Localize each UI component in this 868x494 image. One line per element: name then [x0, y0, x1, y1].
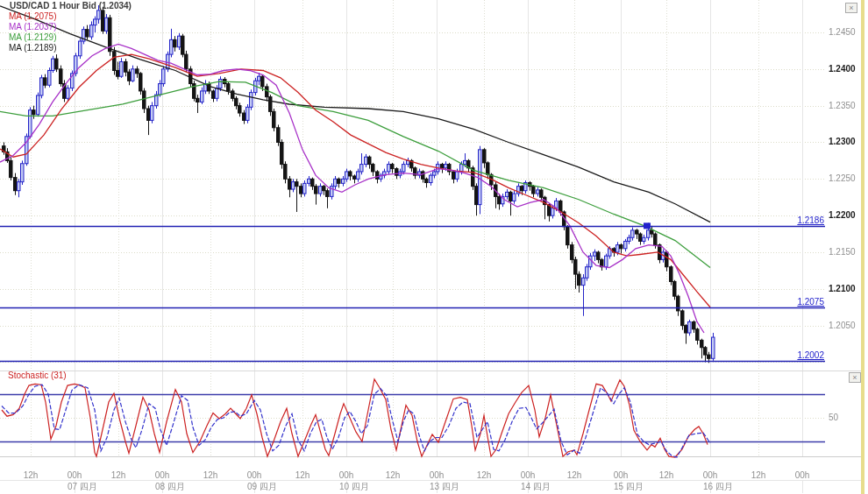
stochastic-indicator-label: Stochastic (31) [8, 370, 67, 380]
x-axis-hour-label: 12h [289, 470, 316, 480]
y-axis-price-label: 1.2100 [829, 284, 856, 293]
y-axis-price-label: 1.2350 [829, 101, 856, 110]
x-axis-hour-label: 00h [697, 470, 723, 480]
ma-label-4: MA (1.2189) [9, 43, 56, 53]
chart-title: USD/CAD 1 Hour Bid (1.2034) [10, 1, 132, 11]
price-level-label[interactable]: 1.2075 [741, 297, 824, 307]
x-axis-date-label: 15 四月 [614, 482, 644, 491]
x-axis-hour-label: 12h [18, 470, 44, 480]
x-axis-date-label: 14 四月 [521, 482, 551, 491]
ma-label-3: MA (1.2129) [9, 32, 56, 42]
close-indicator-icon[interactable]: × [849, 372, 861, 383]
x-axis-hour-label: 00h [241, 470, 267, 480]
x-axis-hour-label: 12h [197, 470, 224, 480]
x-axis-hour-label: 00h [789, 470, 815, 480]
window-edge-border [861, 0, 864, 494]
y-axis-price-label: 1.2050 [829, 321, 856, 330]
ma-label-2: MA (1.2037) [9, 22, 56, 32]
chart-window: 1.24501.24001.23501.23001.22501.22001.21… [0, 0, 868, 494]
y-axis-price-label: 1.2250 [829, 173, 856, 183]
x-axis-date-label: 16 四月 [703, 482, 733, 491]
y-axis-price-label: 1.2200 [829, 210, 856, 220]
x-axis-hour-label: 00h [423, 470, 450, 480]
x-axis-date-label: 07 四月 [68, 482, 97, 491]
x-axis-date-label: 08 四月 [155, 482, 185, 491]
y-axis-price-label: 1.2400 [829, 64, 856, 74]
x-axis-hour-label: 12h [653, 470, 679, 480]
x-axis-date-label: 10 四月 [339, 482, 369, 491]
x-axis-hour-label: 00h [608, 470, 634, 480]
x-axis-hour-label: 00h [149, 470, 175, 480]
stochastic-mid-level-label: 50 [829, 413, 838, 422]
y-axis-price-label: 1.2300 [829, 137, 856, 146]
x-axis-hour-label: 12h [471, 470, 497, 480]
x-axis-hour-label: 00h [61, 470, 88, 480]
ma-label-1: MA (1.2075) [9, 11, 56, 21]
close-chart-icon[interactable]: × [845, 3, 857, 13]
x-axis-date-label: 09 四月 [247, 482, 277, 491]
y-axis-price-label: 1.2450 [829, 27, 856, 37]
x-axis-hour-label: 00h [515, 470, 541, 480]
x-axis-hour-label: 12h [105, 470, 132, 480]
price-level-label[interactable]: 1.2002 [741, 350, 824, 360]
x-axis-hour-label: 12h [561, 470, 587, 480]
x-axis-hour-label: 12h [745, 470, 772, 480]
x-axis-date-label: 13 四月 [430, 482, 459, 491]
x-axis-hour-label: 00h [333, 470, 359, 480]
x-axis-hour-label: 12h [380, 470, 406, 480]
y-axis-price-label: 1.2150 [829, 247, 856, 257]
price-level-label[interactable]: 1.2186 [741, 215, 824, 225]
price-chart-canvas[interactable] [0, 0, 868, 494]
